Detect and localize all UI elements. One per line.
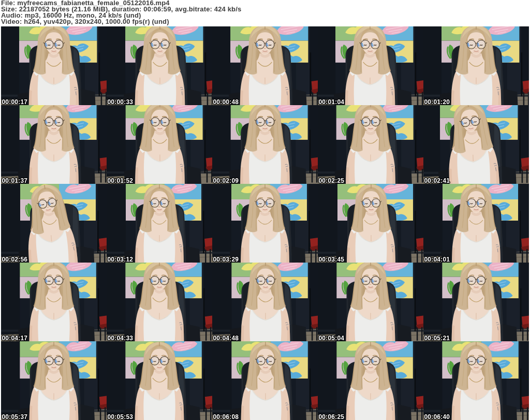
svg-text:00:04:01: 00:04:01 [424,256,450,263]
svg-text:00:02:56: 00:02:56 [2,256,28,263]
svg-text:00:05:21: 00:05:21 [424,335,450,341]
svg-text:00:04:17: 00:04:17 [2,335,28,341]
svg-text:00:00:33: 00:00:33 [108,98,134,105]
svg-text:00:06:25: 00:06:25 [319,413,345,420]
svg-text:00:03:12: 00:03:12 [108,256,134,263]
svg-text:00:03:29: 00:03:29 [213,256,239,263]
svg-text:00:01:20: 00:01:20 [424,98,450,105]
svg-text:00:01:37: 00:01:37 [2,177,28,184]
svg-text:00:04:48: 00:04:48 [213,335,239,341]
svg-text:00:05:37: 00:05:37 [2,413,28,420]
svg-text:00:05:04: 00:05:04 [319,335,345,341]
svg-text:00:02:25: 00:02:25 [319,177,345,184]
svg-text:00:06:08: 00:06:08 [213,413,239,420]
svg-text:00:06:40: 00:06:40 [424,413,450,420]
svg-text:00:04:33: 00:04:33 [108,335,134,341]
svg-text:00:00:48: 00:00:48 [213,98,239,105]
svg-text:00:01:04: 00:01:04 [319,98,345,105]
svg-text:00:03:45: 00:03:45 [319,256,345,263]
svg-text:00:00:17: 00:00:17 [2,98,28,105]
svg-text:00:02:41: 00:02:41 [424,177,450,184]
svg-text:00:02:09: 00:02:09 [213,177,239,184]
svg-text:00:05:53: 00:05:53 [108,413,134,420]
svg-text:00:01:52: 00:01:52 [108,177,134,184]
